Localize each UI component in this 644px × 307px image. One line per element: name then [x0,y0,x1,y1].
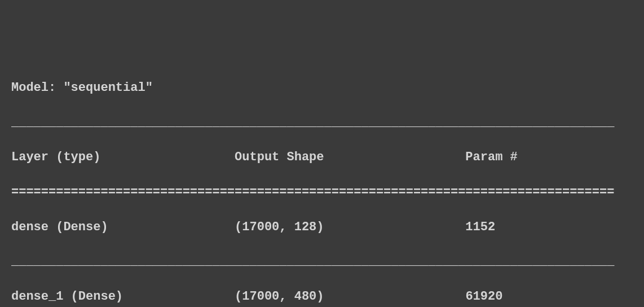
cell-layer: dense (Dense) [11,220,108,234]
table-row: dense_1 (Dense) (17000, 480) 61920 [11,288,633,306]
col-output: Output Shape [235,150,324,164]
divider-thin: ________________________________________… [11,253,633,271]
divider-thin: ________________________________________… [11,115,633,132]
col-layer: Layer (type) [11,150,100,164]
divider-thick: ========================================… [11,184,633,201]
model-title: Model: "sequential" [11,80,633,97]
cell-output: (17000, 480) [235,290,324,304]
cell-layer: dense_1 (Dense) [11,290,123,304]
table-row: dense (Dense) (17000, 128) 1152 [11,219,633,236]
cell-param: 1152 [465,220,495,234]
cell-output: (17000, 128) [235,220,324,234]
cell-param: 61920 [465,290,502,304]
col-param: Param # [465,150,517,164]
table-header-row: Layer (type) Output Shape Param # [11,149,633,166]
